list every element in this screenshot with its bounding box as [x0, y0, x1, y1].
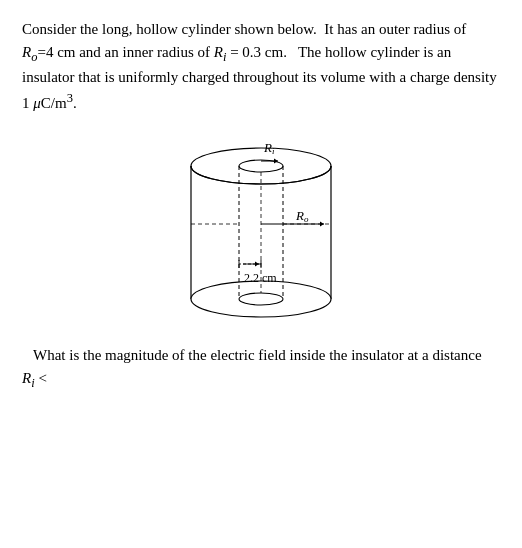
distance-label: 2.2 cm	[244, 271, 277, 285]
question-block: What is the magnitude of the electric fi…	[22, 344, 500, 392]
ri-subscript: i	[272, 146, 275, 156]
svg-point-7	[239, 293, 283, 305]
paragraph-text: Consider the long, hollow cylinder shown…	[22, 21, 497, 111]
paragraph-1: Consider the long, hollow cylinder shown…	[22, 18, 500, 114]
ro-subscript: o	[304, 214, 309, 224]
question-text: What is the magnitude of the electric fi…	[22, 347, 482, 386]
ro-label: R	[295, 208, 304, 223]
diagram-container: R i R o 2.2 cm	[22, 124, 500, 334]
cylinder-diagram: R i R o 2.2 cm	[156, 124, 366, 334]
svg-marker-19	[255, 262, 259, 267]
svg-marker-14	[320, 222, 324, 227]
ri-label: R	[263, 140, 272, 155]
